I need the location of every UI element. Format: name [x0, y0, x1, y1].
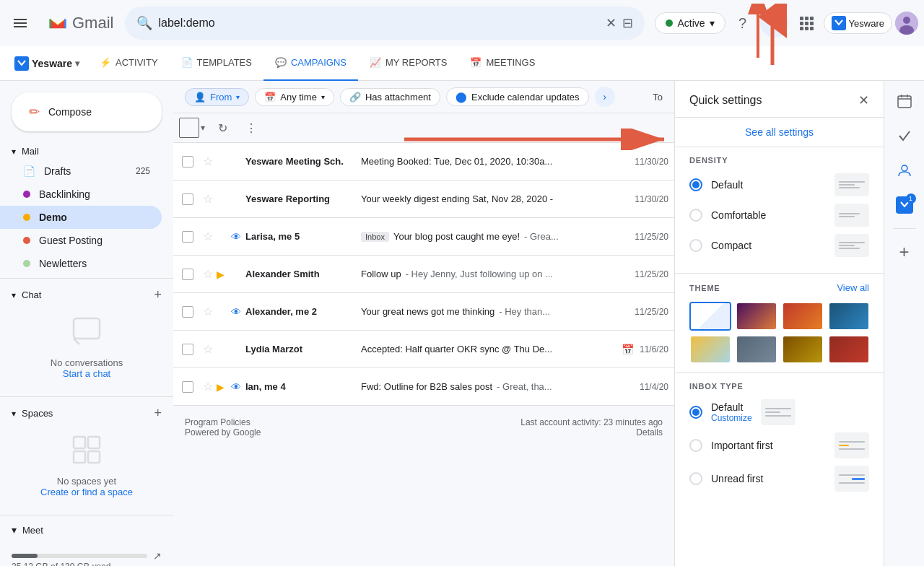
top-right-actions: Active ▾ ? ⚙: [655, 9, 918, 38]
calendar-sidebar-button[interactable]: [890, 87, 919, 116]
sidebar-backlinking-label: Backlinking: [39, 188, 150, 200]
density-option-default[interactable]: Default: [689, 173, 869, 196]
yesware-nav-logo[interactable]: Yesware ▾: [6, 56, 88, 71]
hamburger-menu[interactable]: [6, 9, 35, 38]
theme-sunset[interactable]: [782, 302, 824, 331]
guest-posting-dot: [23, 237, 30, 244]
qs-see-all-link[interactable]: See all settings: [745, 126, 814, 138]
refresh-button[interactable]: ↻: [211, 116, 234, 139]
density-option-compact[interactable]: Compact: [689, 234, 869, 257]
spaces-add-button[interactable]: +: [154, 406, 162, 421]
email-row[interactable]: ☆ 👁 Alexander, me 2 Your great news got …: [173, 293, 674, 331]
help-button[interactable]: ?: [728, 9, 757, 38]
status-button[interactable]: Active ▾: [655, 12, 725, 34]
email-checkbox-3[interactable]: [179, 231, 196, 243]
nav-item-campaigns[interactable]: 💬 CAMPAIGNS: [263, 46, 358, 81]
nav-item-meetings[interactable]: 📅 MEETINGS: [458, 46, 546, 81]
status-label: Active: [677, 17, 705, 29]
density-option-comfortable[interactable]: Comfortable: [689, 204, 869, 227]
density-default-label: Default: [711, 179, 826, 191]
footer-details[interactable]: Details: [520, 427, 663, 437]
chat-add-button[interactable]: +: [154, 287, 162, 302]
email-checkbox-4[interactable]: [179, 269, 196, 280]
mail-section-header[interactable]: ▾ Mail: [0, 143, 173, 160]
theme-purple-sunset[interactable]: [736, 302, 777, 331]
email-row[interactable]: ☆ Lydia Marzot Accepted: Half quarter OK…: [173, 331, 674, 368]
star-button-1[interactable]: ☆: [199, 154, 217, 168]
filter-more-button[interactable]: ›: [595, 87, 615, 107]
email-checkbox-5[interactable]: [179, 306, 196, 318]
apps-button[interactable]: [792, 9, 821, 38]
filter-from[interactable]: 👤 From ▾: [185, 88, 249, 106]
select-all-checkbox[interactable]: [179, 118, 199, 138]
spaces-section-header[interactable]: ▾ Spaces +: [0, 403, 173, 424]
inbox-option-important[interactable]: Important first: [689, 432, 869, 458]
search-input[interactable]: [158, 17, 600, 30]
sidebar-item-backlinking[interactable]: Backlinking: [0, 183, 162, 206]
search-options-icon[interactable]: ⊟: [622, 15, 633, 31]
settings-button[interactable]: ⚙: [760, 9, 789, 38]
yesware-sidebar-button[interactable]: 1: [890, 191, 919, 219]
theme-beach[interactable]: [689, 335, 731, 364]
mail-section: ▾ Mail 📄 Drafts 225 Backlinking Demo Gue…: [0, 143, 173, 275]
user-avatar[interactable]: [895, 12, 918, 35]
inbox-option-unread[interactable]: Unread first: [689, 466, 869, 492]
search-bar[interactable]: 🔍 ✕ ⊟: [125, 6, 645, 40]
add-app-button[interactable]: +: [890, 238, 919, 266]
star-button-7[interactable]: ☆: [199, 380, 217, 393]
storage-expand-icon[interactable]: ↗: [153, 550, 162, 562]
svg-rect-19: [88, 437, 100, 448]
contacts-sidebar-button[interactable]: [890, 156, 919, 185]
star-button-5[interactable]: ☆: [199, 305, 217, 318]
theme-ocean[interactable]: [828, 302, 870, 331]
email-row[interactable]: ☆ Yesware Reporting Your weekly digest e…: [173, 180, 674, 218]
reports-icon: 📈: [370, 57, 381, 68]
nav-item-reports[interactable]: 📈 MY REPORTS: [358, 46, 458, 81]
email-row[interactable]: ☆ ▶ 👁 Ian, me 4 Fwd: Outline for B2B sal…: [173, 368, 674, 406]
meetings-icon: 📅: [470, 57, 481, 68]
star-button-2[interactable]: ☆: [199, 192, 217, 206]
star-button-3[interactable]: ☆: [199, 230, 217, 243]
qs-close-button[interactable]: ✕: [858, 92, 869, 108]
sidebar-item-drafts[interactable]: 📄 Drafts 225: [0, 160, 162, 183]
more-actions-button[interactable]: ⋮: [240, 116, 263, 139]
email-checkbox-6[interactable]: [179, 344, 196, 355]
view-all-themes-link[interactable]: View all: [837, 282, 869, 293]
star-button-4[interactable]: ☆: [199, 267, 217, 281]
theme-mountain[interactable]: [736, 335, 777, 364]
chat-start-link[interactable]: Start a chat: [12, 368, 162, 379]
meet-section-header[interactable]: ▾ Meet: [0, 521, 173, 539]
theme-gmail[interactable]: [689, 302, 731, 331]
email-row[interactable]: ☆ 👁 Larisa, me 5 Inbox Your blog post ca…: [173, 218, 674, 256]
star-button-6[interactable]: ☆: [199, 342, 217, 356]
inbox-option-default[interactable]: Default Customize: [689, 399, 869, 425]
footer-policies[interactable]: Program Policies: [185, 417, 261, 427]
filter-exclude-calendar[interactable]: ⬤ Exclude calendar updates: [446, 87, 589, 106]
tasks-sidebar-button[interactable]: [890, 121, 919, 150]
inbox-customize-link[interactable]: Customize: [711, 413, 752, 423]
inbox-unread-preview: [834, 466, 869, 492]
storage-area: ↗ 25.12 GB of 130 GB used: [0, 544, 173, 566]
email-preview-1: Meeting Booked: Tue, Dec 01, 2020, 10:30…: [361, 156, 629, 167]
to-label: To: [653, 92, 663, 103]
filter-has-attachment[interactable]: 🔗 Has attachment: [340, 88, 440, 106]
sidebar-item-newsletters[interactable]: Newletters: [0, 252, 162, 275]
select-chevron-icon[interactable]: ▾: [201, 123, 205, 133]
sidebar-item-demo[interactable]: Demo: [0, 206, 162, 229]
spaces-create-link[interactable]: Create or find a space: [12, 487, 162, 497]
sidebar-item-guest-posting[interactable]: Guest Posting: [0, 229, 162, 252]
email-checkbox-2[interactable]: [179, 193, 196, 205]
theme-forest[interactable]: [782, 335, 824, 364]
filter-any-time[interactable]: 📅 Any time ▾: [255, 88, 334, 106]
search-clear-icon[interactable]: ✕: [606, 15, 616, 31]
nav-item-activity[interactable]: ⚡ ACTIVITY: [88, 46, 170, 81]
email-checkbox-7[interactable]: [179, 381, 196, 393]
chat-section-header[interactable]: ▾ Chat +: [0, 284, 173, 305]
email-checkbox-1[interactable]: [179, 156, 196, 167]
email-row[interactable]: ☆ ▶ Alexander Smith Follow up - Hey Jenn…: [173, 256, 674, 293]
email-row[interactable]: ☆ Yesware Meeting Sch. Meeting Booked: T…: [173, 143, 674, 180]
yesware-account-button[interactable]: Yesware: [824, 12, 892, 34]
compose-button[interactable]: ✏ Compose: [12, 92, 162, 131]
nav-item-templates[interactable]: 📄 TEMPLATES: [170, 46, 263, 81]
theme-city[interactable]: [828, 335, 870, 364]
